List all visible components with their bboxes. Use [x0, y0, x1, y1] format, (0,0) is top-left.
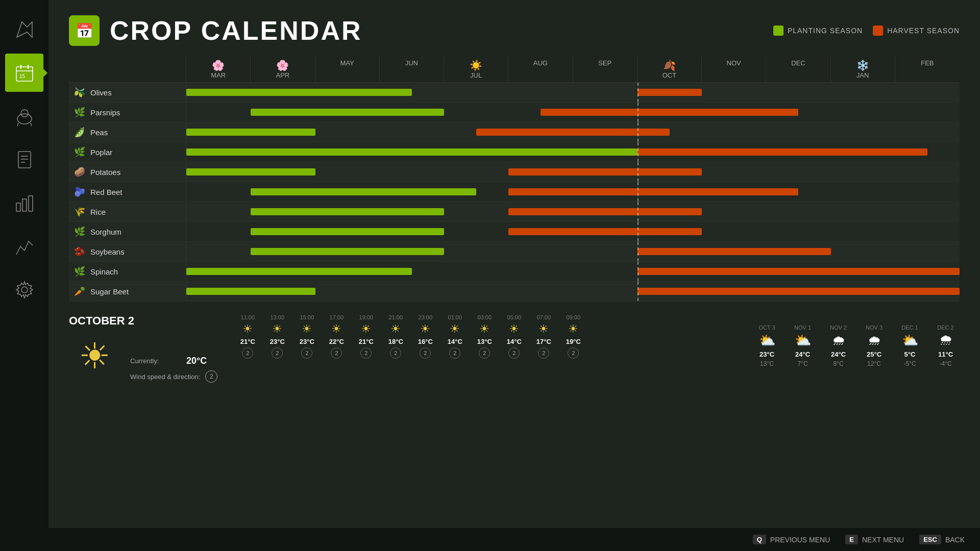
weather-section: OCTOBER 2 ☀ Currently: 20°C Wind speed &… [69, 309, 960, 388]
forecast-col: OCT 3⛅23°C13°C [753, 324, 781, 367]
hour-temp: 21°C [351, 338, 381, 345]
crop-row: 🥔Potatoes [69, 162, 960, 182]
title-area: 📅 CROP CALENDAR [69, 15, 362, 46]
crop-name-cell: 🌿Parsnips [69, 103, 186, 122]
sidebar-item-livestock[interactable] [5, 97, 43, 135]
crop-bar-cell [186, 103, 960, 122]
forecast-col: NOV 2🌧24°C8°C [824, 324, 852, 367]
hour-weather-icon: ☀ [381, 322, 410, 336]
crop-row: 🌾Rice [69, 202, 960, 222]
forecast-high: 24°C [831, 350, 846, 358]
planting-bar [186, 148, 638, 156]
sidebar-item-contracts[interactable] [5, 140, 43, 179]
hour-wind: 2 [529, 347, 558, 359]
crop-name-cell: 🌿Poplar [69, 142, 186, 162]
svg-text:15: 15 [19, 73, 26, 79]
hour-time-label: 17:00 [322, 314, 351, 320]
harvest-bar [638, 268, 960, 275]
hourly-weather: 11:0013:0015:0017:0019:0021:0023:0001:00… [233, 314, 727, 359]
hour-wind: 2 [381, 347, 410, 359]
forecast-low: -4°C [939, 360, 951, 367]
forecast-icon: 🌧 [868, 333, 881, 348]
hour-temp: 19°C [558, 338, 588, 345]
crop-name-label: Red Beet [90, 188, 122, 196]
forecast-col: NOV 1⛅24°C7°C [789, 324, 817, 367]
crop-name-label: Peas [90, 128, 108, 137]
prev-menu-label: PREVIOUS MENU [770, 536, 830, 544]
wind-badge: 2 [205, 370, 217, 383]
forecast-icon: ⛅ [795, 333, 811, 348]
svg-rect-16 [29, 196, 33, 211]
harvest-bar [638, 248, 831, 255]
planting-color-box [773, 26, 783, 36]
crop-name-label: Rice [90, 208, 106, 216]
hour-time-label: 01:00 [440, 314, 470, 320]
prev-key-badge: Q [753, 535, 766, 544]
esc-control: ESC BACK [919, 535, 965, 544]
hour-weather-icon: ☀ [322, 322, 351, 336]
crop-name-cell: 🌿Sorghum [69, 222, 186, 241]
crop-icon: 🌿 [74, 146, 85, 158]
planting-bar [251, 248, 444, 255]
sidebar-item-production[interactable] [5, 184, 43, 222]
hour-time-label: 19:00 [351, 314, 381, 320]
wind-label: Wind speed & direction: [130, 373, 200, 381]
crop-bar-cell [186, 222, 960, 241]
crop-row: 🫛Peas [69, 122, 960, 142]
crop-row: 🌿Parsnips [69, 103, 960, 122]
esc-label: BACK [945, 536, 965, 544]
esc-key-badge: ESC [919, 535, 941, 544]
harvest-bar [638, 288, 960, 295]
legend: PLANTING SEASON HARVEST SEASON [773, 26, 960, 36]
page-title: CROP CALENDAR [110, 15, 362, 46]
svg-point-17 [21, 287, 28, 293]
hour-wind: 2 [499, 347, 529, 359]
hour-temp: 16°C [410, 338, 440, 345]
hour-time-label: 07:00 [529, 314, 558, 320]
crop-name-cell: 🥕Sugar Beet [69, 282, 186, 301]
forecast-date: OCT 3 [758, 324, 775, 331]
crop-name-cell: 🫐Red Beet [69, 182, 186, 202]
crop-icon: 🌿 [74, 226, 85, 237]
harvest-bar [508, 168, 702, 176]
hour-weather-icon: ☀ [470, 322, 499, 336]
hour-weather-icon: ☀ [529, 322, 558, 336]
sidebar-item-calendar[interactable]: 15 [5, 54, 43, 92]
hour-weather-icon: ☀ [499, 322, 529, 336]
crop-name-label: Olives [90, 88, 112, 97]
forecast-high: 24°C [795, 350, 810, 358]
harvest-bar [541, 109, 798, 116]
hour-time-label: 21:00 [381, 314, 410, 320]
hour-temp: 22°C [322, 338, 351, 345]
sidebar-item-stats[interactable] [5, 227, 43, 265]
forecast-icon: 🌨 [939, 333, 952, 348]
crop-icon: 🫛 [74, 127, 85, 138]
forecast-col: NOV 3🌧25°C12°C [860, 324, 888, 367]
svg-marker-0 [17, 22, 32, 37]
sidebar-item-settings[interactable] [5, 270, 43, 309]
legend-harvest: HARVEST SEASON [873, 26, 960, 36]
forecast-icon: ⛅ [759, 333, 775, 348]
weather-date: OCTOBER 2 [69, 314, 134, 328]
svg-point-7 [21, 110, 28, 117]
sidebar-item-map[interactable] [5, 10, 43, 48]
hour-time-label: 05:00 [499, 314, 529, 320]
hour-temp: 13°C [470, 338, 499, 345]
forecast-low: -5°C [903, 360, 916, 367]
hour-wind: 2 [233, 347, 262, 359]
crop-bar-cell [186, 242, 960, 261]
hour-time-label: 23:00 [410, 314, 440, 320]
forecast-date: DEC 2 [937, 324, 953, 331]
crop-bar-cell [186, 122, 960, 142]
planting-bar [186, 288, 315, 295]
hour-weather-icon: ☀ [262, 322, 292, 336]
planting-bar [251, 188, 476, 195]
svg-line-9 [31, 123, 32, 126]
next-menu-label: NEXT MENU [862, 536, 904, 544]
harvest-bar [638, 148, 927, 156]
svg-rect-14 [16, 203, 20, 211]
hour-weather-icon: ☀ [233, 322, 262, 336]
harvest-bar [638, 89, 702, 96]
harvest-bar [508, 208, 702, 215]
crop-name-cell: 🫘Soybeans [69, 242, 186, 261]
